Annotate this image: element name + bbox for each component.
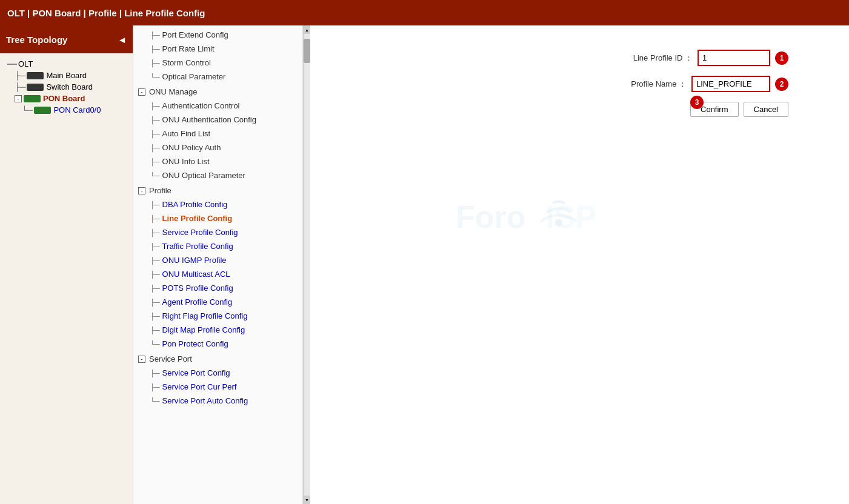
- nav-item-line-profile[interactable]: ├─ Line Profile Config: [133, 211, 302, 225]
- tree-label-olt: OLT: [18, 59, 33, 68]
- line-profile-id-input[interactable]: [698, 50, 770, 66]
- scroll-down-button[interactable]: ▼: [304, 496, 310, 504]
- nav-item-auth-control[interactable]: ├─ Authentication Control: [133, 99, 302, 113]
- breadcrumb: OLT | PON Board | Profile | Line Profile…: [7, 8, 205, 18]
- nav-section-profile-header[interactable]: - Profile: [133, 184, 302, 197]
- svg-text:ISP: ISP: [545, 199, 596, 234]
- profile-section-collapse-icon[interactable]: -: [138, 187, 145, 194]
- nav-item-onu-optical[interactable]: └─ ONU Optical Parameter: [133, 168, 302, 182]
- nav-item-optical-param[interactable]: └─ Optical Parameter: [133, 70, 302, 84]
- nav-item-onu-multicast[interactable]: ├─ ONU Multicast ACL: [133, 267, 302, 281]
- nav-item-storm-control[interactable]: ├─ Storm Control: [133, 56, 302, 70]
- tree-item-olt[interactable]: OLT: [2, 58, 130, 70]
- tree-item-switchboard[interactable]: ├─ Switch Board: [2, 81, 130, 93]
- ponboard-collapse-icon[interactable]: -: [15, 95, 22, 102]
- ponboard-icon: [24, 95, 41, 102]
- sidebar: Tree Topology ◄ OLT ├─ Main Board ├─ Swi…: [0, 25, 133, 504]
- form-area: Line Profile ID ： 1 Profile Name ： 2 3 C…: [485, 50, 788, 117]
- nav-item-onu-igmp[interactable]: ├─ ONU IGMP Profile: [133, 253, 302, 267]
- nav-item-auto-find[interactable]: ├─ Auto Find List: [133, 127, 302, 141]
- nav-scrollbar[interactable]: ▲ ▼: [303, 25, 310, 504]
- step3-badge: 3: [690, 96, 704, 109]
- nav-section-port: ├─ Port Extend Config ├─ Port Rate Limit…: [133, 28, 302, 84]
- nav-item-pots-profile[interactable]: ├─ POTS Profile Config: [133, 281, 302, 295]
- tree-label-ponboard: PON Board: [43, 94, 85, 103]
- profile-name-label: Profile Name ：: [631, 79, 687, 90]
- nav-section-service-port-header[interactable]: - Service Port: [133, 352, 302, 366]
- tree-label-switchboard: Switch Board: [46, 82, 93, 91]
- sidebar-title: Tree Topology: [6, 35, 67, 45]
- service-port-collapse-icon[interactable]: -: [138, 356, 145, 363]
- mainboard-icon: [27, 72, 44, 79]
- nav-item-digit-map[interactable]: ├─ Digit Map Profile Config: [133, 323, 302, 337]
- tree-item-mainboard[interactable]: ├─ Main Board: [2, 70, 130, 81]
- nav-item-onu-auth-config[interactable]: ├─ ONU Authentication Config: [133, 113, 302, 127]
- profile-name-input[interactable]: [691, 76, 770, 92]
- tree-label-mainboard: Main Board: [46, 71, 86, 80]
- nav-item-dba-profile[interactable]: ├─ DBA Profile Config: [133, 197, 302, 211]
- nav-item-port-rate[interactable]: ├─ Port Rate Limit: [133, 42, 302, 56]
- nav-item-service-port-auto[interactable]: └─ Service Port Auto Config: [133, 394, 302, 408]
- nav-item-pon-protect[interactable]: └─ Pon Protect Config: [133, 337, 302, 351]
- nav-item-port-extend[interactable]: ├─ Port Extend Config: [133, 28, 302, 42]
- watermark: Foro ISP: [456, 176, 650, 239]
- tree-label-poncard: PON Card0/0: [53, 105, 101, 114]
- form-row-profile-name: Profile Name ： 2: [485, 76, 788, 92]
- form-row-profile-id: Line Profile ID ： 1: [485, 50, 788, 66]
- cancel-button[interactable]: Cancel: [744, 102, 788, 117]
- nav-item-service-port-cur[interactable]: ├─ Service Port Cur Perf: [133, 380, 302, 394]
- step2-badge: 2: [775, 78, 788, 91]
- form-buttons: 3 Confirm Cancel: [485, 102, 788, 117]
- switchboard-icon: [27, 84, 44, 91]
- line-profile-id-label: Line Profile ID ：: [633, 53, 693, 64]
- nav-item-service-port-config[interactable]: ├─ Service Port Config: [133, 366, 302, 380]
- nav-item-service-profile[interactable]: ├─ Service Profile Config: [133, 225, 302, 239]
- nav-section-onu: - ONU Manage ├─ Authentication Control ├…: [133, 85, 302, 182]
- nav-item-traffic-profile[interactable]: ├─ Traffic Profile Config: [133, 239, 302, 253]
- svg-point-0: [556, 220, 561, 225]
- scroll-up-button[interactable]: ▲: [304, 25, 310, 34]
- nav-item-right-flag[interactable]: ├─ Right Flag Profile Config: [133, 309, 302, 323]
- tree-content: OLT ├─ Main Board ├─ Switch Board - PON …: [0, 53, 133, 504]
- nav-section-service-port: - Service Port ├─ Service Port Config ├─…: [133, 352, 302, 408]
- nav-item-onu-info[interactable]: ├─ ONU Info List: [133, 154, 302, 168]
- nav-item-onu-policy[interactable]: ├─ ONU Policy Auth: [133, 141, 302, 154]
- nav-section-profile: - Profile ├─ DBA Profile Config ├─ Line …: [133, 184, 302, 351]
- nav-section-onu-header[interactable]: - ONU Manage: [133, 85, 302, 99]
- sidebar-toggle-icon[interactable]: ◄: [118, 35, 127, 45]
- nav-item-agent-profile[interactable]: ├─ Agent Profile Config: [133, 295, 302, 309]
- poncard-icon: [34, 107, 51, 114]
- main-content: Foro ISP Line Profile ID ： 1 Profile Nam…: [310, 25, 849, 504]
- nav-panel: ├─ Port Extend Config ├─ Port Rate Limit…: [133, 25, 303, 504]
- step1-badge: 1: [775, 51, 788, 65]
- header: OLT | PON Board | Profile | Line Profile…: [0, 0, 849, 25]
- onu-section-collapse-icon[interactable]: -: [138, 88, 145, 96]
- sidebar-header: Tree Topology ◄: [0, 25, 133, 53]
- tree-item-ponboard[interactable]: - PON Board: [2, 93, 130, 104]
- tree-item-poncard[interactable]: └─ PON Card0/0: [2, 104, 130, 116]
- scroll-thumb[interactable]: [304, 39, 310, 63]
- svg-text:Foro: Foro: [456, 199, 526, 234]
